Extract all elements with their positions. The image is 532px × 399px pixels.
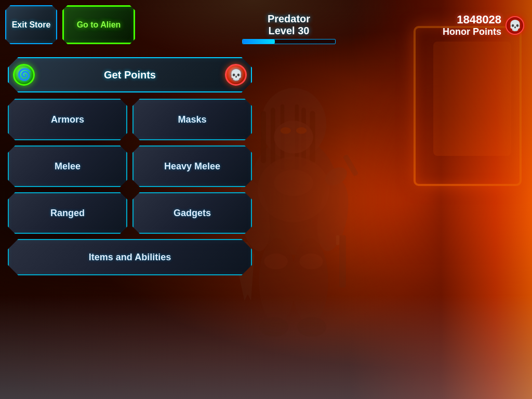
items-and-abilities-button[interactable]: Items and Abilities (8, 239, 252, 275)
character-info-panel: Predator Level 30 (135, 5, 443, 44)
svg-point-22 (264, 254, 287, 269)
get-points-row: 🌀 Get Points 💀 (8, 57, 252, 92)
green-orb-icon: 🌀 (13, 64, 35, 86)
gadgets-button[interactable]: Gadgets (132, 192, 252, 234)
armors-button[interactable]: Armors (8, 99, 127, 140)
get-points-label: Get Points (104, 69, 156, 81)
menu-grid: Armors Masks Melee Heavy Melee Ranged Ga… (8, 99, 252, 234)
ranged-label: Ranged (50, 208, 85, 219)
honor-label: Honor Points (443, 26, 501, 37)
go-alien-label: Go to Alien (77, 20, 121, 30)
svg-point-20 (281, 127, 291, 134)
svg-rect-11 (339, 235, 346, 288)
melee-button[interactable]: Melee (8, 145, 127, 187)
svg-point-21 (296, 127, 307, 134)
svg-point-14 (259, 238, 296, 324)
store-panel: 🌀 Get Points 💀 Armors Masks Melee Heavy … (8, 57, 252, 275)
items-and-abilities-label: Items and Abilities (89, 252, 171, 263)
svg-point-8 (274, 121, 313, 153)
heavy-melee-button[interactable]: Heavy Melee (132, 145, 252, 187)
top-left-buttons: Exit Store Go to Alien (5, 5, 135, 44)
go-to-alien-button[interactable]: Go to Alien (62, 5, 135, 44)
svg-rect-12 (336, 235, 339, 245)
masks-label: Masks (178, 114, 206, 125)
xp-bar-container (242, 39, 336, 44)
exit-store-button[interactable]: Exit Store (5, 5, 57, 44)
header: Exit Store Go to Alien Predator Level 30… (0, 0, 532, 52)
honor-points-panel: 1848028 Honor Points 💀 (443, 5, 527, 37)
svg-point-18 (298, 317, 326, 337)
character-info: Predator Level 30 (242, 13, 336, 44)
character-level: Level 30 (242, 25, 336, 37)
melee-label: Melee (55, 161, 81, 172)
masks-button[interactable]: Masks (132, 99, 252, 140)
red-skull-icon: 💀 (225, 64, 247, 86)
ranged-button[interactable]: Ranged (8, 192, 127, 234)
get-points-button[interactable]: 🌀 Get Points 💀 (8, 57, 252, 92)
honor-number: 1848028 (443, 13, 501, 26)
svg-rect-2 (261, 111, 266, 163)
svg-point-17 (259, 317, 288, 337)
skull-icon: 💀 (506, 16, 524, 35)
svg-point-23 (299, 254, 323, 269)
xp-bar (243, 39, 275, 44)
svg-point-19 (274, 170, 313, 196)
honor-text: 1848028 Honor Points (443, 13, 501, 37)
exit-store-label: Exit Store (12, 20, 51, 30)
character-name: Predator (242, 13, 336, 25)
svg-point-15 (291, 238, 328, 324)
heavy-melee-label: Heavy Melee (164, 161, 220, 172)
armors-label: Armors (51, 114, 84, 125)
gadgets-label: Gadgets (174, 208, 211, 219)
